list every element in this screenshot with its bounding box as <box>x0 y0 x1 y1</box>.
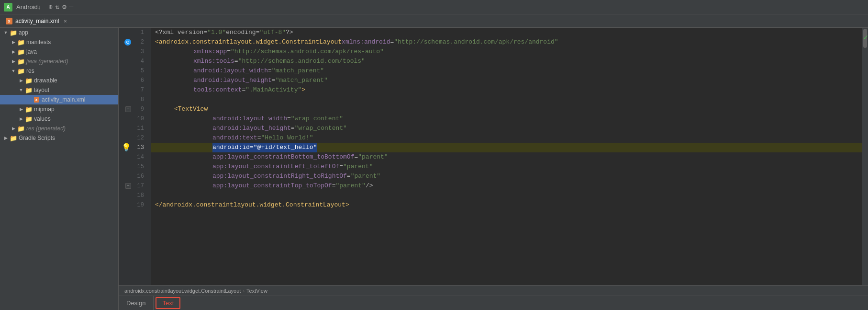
code-text: < <box>155 37 159 47</box>
sync-icon[interactable]: ⇅ <box>56 3 59 11</box>
sidebar-item-layout[interactable]: ▼ 📁 layout <box>0 85 118 95</box>
gutter-2: C <box>119 37 133 47</box>
line-num-19: 19 <box>133 200 147 210</box>
fold-icon[interactable]: − <box>125 106 131 112</box>
code-text: "utf-8" <box>259 28 286 37</box>
sidebar-item-drawable[interactable]: ▶ 📁 drawable <box>0 76 118 85</box>
folder-icon: 📁 <box>17 125 25 132</box>
sidebar-label-values: values <box>34 115 51 122</box>
arrow-icon: ▶ <box>10 38 17 46</box>
minimize-icon[interactable]: — <box>69 3 73 11</box>
code-line-11: android:layout_height="wrap_content" <box>151 124 862 133</box>
sidebar-item-mipmap[interactable]: ▶ 📁 mipmap <box>0 104 118 114</box>
code-text: = <box>272 76 276 85</box>
settings-icon[interactable]: ⚙ <box>62 3 66 11</box>
gutter-13: 💡 <box>119 143 133 152</box>
gutter-16 <box>119 172 133 181</box>
code-text: ".MainActivity" <box>245 85 301 95</box>
folder-icon: 📁 <box>25 86 33 94</box>
code-text: = <box>390 37 394 47</box>
code-text: androidx.constraintlayout.widget.Constra… <box>159 37 342 47</box>
arrow-icon: ▶ <box>10 125 17 132</box>
folder-icon: 📁 <box>17 57 25 65</box>
top-bar-icons: ⊕ ⇅ ⚙ — <box>48 3 73 11</box>
line-num-8: 8 <box>133 95 147 104</box>
fold-icon-2[interactable]: − <box>125 183 131 189</box>
sidebar-item-java-generated[interactable]: ▶ 📁 java (generated) <box>0 57 118 66</box>
code-text: "match_parent" <box>272 66 324 76</box>
gutter-3 <box>119 47 133 57</box>
sidebar-item-app[interactable]: ▼ 📁 app <box>0 28 118 37</box>
tab-activity-main-xml[interactable]: x activity_main.xml × <box>0 14 73 27</box>
code-text: TextView <box>178 104 208 114</box>
sidebar-item-res-generated[interactable]: ▶ 📁 res (generated) <box>0 124 118 133</box>
code-text-area[interactable]: <?xml version="1.0" encoding="utf-8"?> <… <box>151 28 862 285</box>
sidebar-label-manifests: manifests <box>26 39 51 46</box>
right-scrollbar[interactable]: ✓ <box>862 28 868 285</box>
code-line-12: android:text="Hello World!" <box>151 133 862 143</box>
code-text: "http://schemas.android.com/apk/res-auto… <box>231 47 384 57</box>
folder-icon: 📁 <box>17 38 25 46</box>
code-text: xmlns:app <box>193 47 227 57</box>
xml-file-icon: x <box>33 96 40 103</box>
sidebar-item-gradle[interactable]: ▶ 📁 Gradle Scripts <box>0 133 118 143</box>
sidebar-item-activity-main-xml[interactable]: x activity_main.xml <box>0 95 118 104</box>
code-text: android:layout_height <box>193 76 272 85</box>
sidebar-label-drawable: drawable <box>34 77 57 84</box>
sidebar-item-manifests[interactable]: ▶ 📁 manifests <box>0 37 118 47</box>
code-text: = <box>291 124 295 133</box>
line-num-3: 3 <box>133 47 147 57</box>
gutter-11 <box>119 124 133 133</box>
sidebar-label-gradle: Gradle Scripts <box>19 135 55 141</box>
code-line-18 <box>151 191 862 200</box>
code-text: xmlns:android <box>342 37 390 47</box>
code-text: </ <box>155 200 163 210</box>
code-text: "parent" <box>343 162 373 172</box>
code-text: "parent" <box>358 152 388 162</box>
line-num-15: 15 <box>133 162 147 172</box>
arrow-icon: ▶ <box>17 105 25 113</box>
tab-text[interactable]: Text <box>156 297 180 309</box>
sidebar-item-res[interactable]: ▼ 📁 res <box>0 66 118 76</box>
globe-icon[interactable]: ⊕ <box>48 3 52 11</box>
arrow-icon: ▼ <box>17 86 25 94</box>
line-num-2: 2 <box>133 37 147 47</box>
code-text: <?xml version= <box>155 28 207 37</box>
code-text: tools:context <box>193 85 242 95</box>
sidebar-label-mipmap: mipmap <box>34 106 55 113</box>
design-tab-label: Design <box>126 299 145 307</box>
gutter-15 <box>119 162 133 172</box>
code-text: "http://schemas.android.com/apk/res/andr… <box>394 37 558 47</box>
code-text: "wrap_content" <box>291 114 343 124</box>
code-text: < <box>174 104 178 114</box>
line-num-9: 9 <box>133 104 147 114</box>
gutter-6 <box>119 76 133 85</box>
breadcrumb-textview[interactable]: TextView <box>246 288 267 294</box>
sidebar-item-values[interactable]: ▶ 📁 values <box>0 114 118 124</box>
code-line-1: <?xml version="1.0" encoding="utf-8"?> <box>151 28 862 37</box>
code-text: /> <box>366 181 373 191</box>
gutter-19 <box>119 200 133 210</box>
code-line-15: app:layout_constraintLeft_toLeftOf="pare… <box>151 162 862 172</box>
hint-icon: 💡 <box>122 143 131 152</box>
code-content: C − 💡 <box>119 28 868 285</box>
gutter-12 <box>119 133 133 143</box>
code-editor[interactable]: C − 💡 <box>119 28 868 310</box>
code-line-9: <TextView <box>151 104 862 114</box>
gutter-4 <box>119 57 133 66</box>
folder-icon: 📁 <box>25 105 33 113</box>
line-num-1: 1 <box>133 28 147 37</box>
tab-design[interactable]: Design <box>119 296 154 310</box>
breadcrumb-constraint-layout[interactable]: androidx.constraintlayout.widget.Constra… <box>124 288 241 294</box>
code-line-16: app:layout_constraintRight_toRightOf="pa… <box>151 172 862 181</box>
code-text: android:layout_height <box>212 124 291 133</box>
line-num-5: 5 <box>133 66 147 76</box>
code-line-19: </androidx.constraintlayout.widget.Const… <box>151 200 862 210</box>
sidebar-item-java[interactable]: ▶ 📁 java <box>0 47 118 57</box>
tab-close-button[interactable]: × <box>64 18 67 24</box>
gutter-17: − <box>119 181 133 191</box>
sidebar-label-java-generated: java (generated) <box>26 58 68 65</box>
code-text: = <box>332 181 336 191</box>
code-line-7: tools:context=".MainActivity"> <box>151 85 862 95</box>
android-logo: A <box>4 3 12 11</box>
